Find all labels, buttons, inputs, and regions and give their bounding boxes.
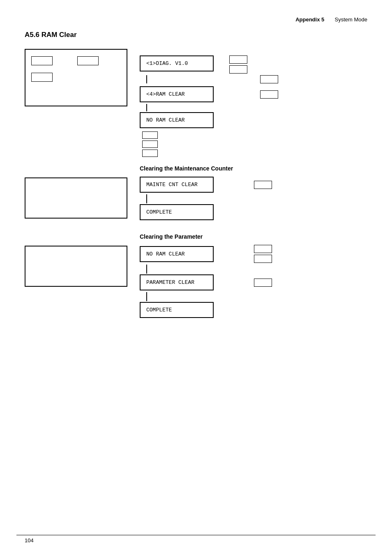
panel-rect-2 bbox=[77, 56, 99, 65]
lcd-complete-1: COMPLETE bbox=[140, 204, 214, 220]
key-rect-param-1a bbox=[254, 245, 272, 253]
key-rect-1a bbox=[229, 55, 247, 64]
device-panel-parameter bbox=[25, 246, 127, 287]
lcd-diag-v1: <1>DIAG. V1.0 bbox=[140, 55, 214, 71]
lcd-mainte-cnt-clear: MAINTE CNT CLEAR bbox=[140, 177, 214, 193]
section-title: A5.6 RAM Clear bbox=[25, 31, 367, 39]
small-rect-b bbox=[142, 140, 158, 148]
key-rect-1b bbox=[229, 65, 247, 74]
lcd-no-ram-clear: NO RAM CLEAR bbox=[140, 112, 214, 128]
page-number: 104 bbox=[25, 537, 34, 543]
key-rect-2a bbox=[260, 90, 278, 99]
key-rect-1c bbox=[260, 75, 278, 83]
page-container: Appendix 5 System Mode A5.6 RAM Clear bbox=[0, 0, 392, 555]
device-panel-top bbox=[25, 49, 127, 106]
bottom-rule bbox=[16, 535, 376, 535]
header-text: Appendix 5 System Mode bbox=[295, 16, 367, 23]
clearing-maintenance-label: Clearing the Maintenance Counter bbox=[140, 165, 233, 172]
lcd-no-ram-clear-2: NO RAM CLEAR bbox=[140, 246, 214, 262]
appendix-label: Appendix 5 bbox=[295, 16, 324, 23]
lcd-parameter-clear: PARAMETER CLEAR bbox=[140, 274, 214, 290]
panel-rect-3 bbox=[31, 73, 53, 82]
panel-rect-1 bbox=[31, 56, 53, 65]
small-rect-c bbox=[142, 150, 158, 157]
lcd-ram-clear-menu: <4>RAM CLEAR bbox=[140, 86, 214, 102]
maintenance-counter-section: Clearing the Maintenance Counter MAINTE … bbox=[25, 165, 367, 220]
section-title-header: System Mode bbox=[335, 16, 367, 23]
key-rect-param-2 bbox=[254, 279, 272, 287]
device-panel-maintenance bbox=[25, 177, 127, 219]
parameter-section: Clearing the Parameter NO RAM CLEAR PARA… bbox=[25, 233, 367, 318]
lcd-complete-2: COMPLETE bbox=[140, 302, 214, 318]
clearing-parameter-label: Clearing the Parameter bbox=[140, 233, 203, 240]
key-rect-param-1b bbox=[254, 255, 272, 263]
small-rect-a bbox=[142, 131, 158, 139]
key-rect-maint-1 bbox=[254, 181, 272, 189]
page-header: Appendix 5 System Mode bbox=[25, 16, 367, 23]
